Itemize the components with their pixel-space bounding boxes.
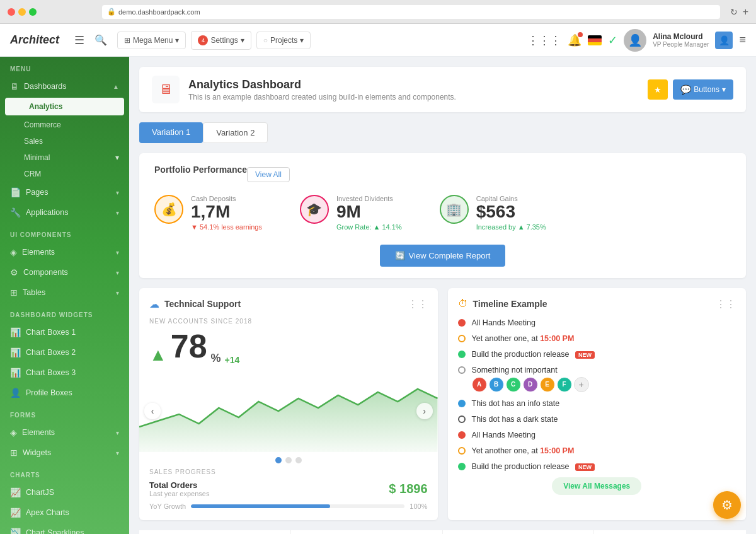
new-tab-button[interactable]: + — [743, 6, 748, 18]
browser-chrome: 🔒 demo.dashboardpack.com ↻ + — [0, 0, 756, 24]
close-dot[interactable] — [8, 8, 15, 16]
reload-button[interactable]: ↻ — [730, 7, 738, 17]
url-bar[interactable]: 🔒 demo.dashboardpack.com — [102, 5, 720, 19]
browser-dots — [8, 8, 37, 16]
url-text: demo.dashboardpack.com — [118, 8, 200, 16]
minimize-dot[interactable] — [18, 8, 26, 16]
maximize-dot[interactable] — [29, 8, 37, 16]
security-icon: 🔒 — [107, 8, 116, 16]
